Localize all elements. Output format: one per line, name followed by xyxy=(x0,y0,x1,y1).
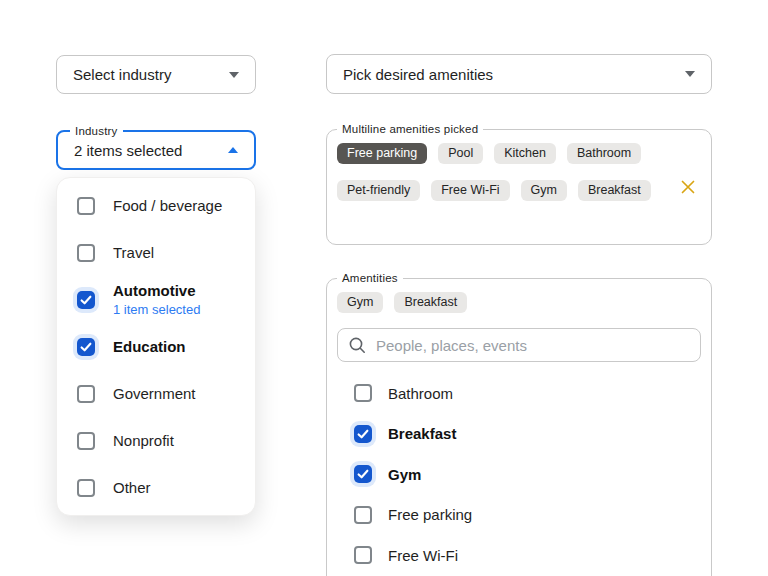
amenity-chip[interactable]: Pool xyxy=(438,143,483,164)
checkmark-icon xyxy=(356,467,370,481)
option-label: Bathroom xyxy=(388,385,453,402)
option-label: Gym xyxy=(388,466,421,483)
industry-select-value: 2 items selected xyxy=(74,142,228,159)
multiline-amenities-label: Multiline amenities picked xyxy=(337,122,483,136)
checkbox[interactable] xyxy=(77,385,95,403)
clear-selection-button[interactable] xyxy=(679,178,697,196)
chevron-up-icon xyxy=(228,147,238,153)
checkbox[interactable] xyxy=(77,432,95,450)
amenity-chip[interactable]: Bathroom xyxy=(567,143,641,164)
industry-option-row[interactable]: Nonprofit xyxy=(57,417,255,464)
option-label: Travel xyxy=(113,244,154,261)
amenity-chip[interactable]: Kitchen xyxy=(494,143,556,164)
chevron-down-icon xyxy=(229,72,239,78)
amenities-select-closed[interactable]: Pick desired amenities xyxy=(326,54,712,94)
multiline-amenities-fieldset: Multiline amenities picked Free parkingP… xyxy=(326,129,712,245)
checkbox[interactable] xyxy=(354,384,372,402)
amenities-options-list: Bathroom Breakfast Gym xyxy=(327,373,711,576)
option-text: Food / beverage xyxy=(113,197,222,214)
amenity-option-row[interactable]: Bathroom xyxy=(354,373,711,414)
chevron-down-icon xyxy=(685,71,695,77)
option-label: Breakfast xyxy=(388,425,456,442)
amenity-option-row[interactable]: Gym xyxy=(354,454,711,495)
amenity-chip[interactable]: Free parking xyxy=(337,143,427,164)
amenity-chip[interactable]: Breakfast xyxy=(578,180,651,201)
checkbox[interactable] xyxy=(354,546,372,564)
amenities-search-box[interactable] xyxy=(337,328,701,362)
amenity-option-row[interactable]: Free Wi-Fi xyxy=(354,535,711,576)
industry-option-row[interactable]: Government xyxy=(57,370,255,417)
checkbox[interactable] xyxy=(354,425,372,443)
industry-select-closed[interactable]: Select industry xyxy=(56,55,256,94)
option-label: Food / beverage xyxy=(113,197,222,214)
option-text: Nonprofit xyxy=(113,432,174,449)
industry-option-row[interactable]: Automotive 1 item selected xyxy=(57,276,255,323)
industry-options-panel: Food / beverage Travel xyxy=(56,177,256,516)
amenity-option-row[interactable]: Breakfast xyxy=(354,414,711,455)
amenity-chip[interactable]: Free Wi-Fi xyxy=(431,180,509,201)
checkbox[interactable] xyxy=(77,291,95,309)
option-label: Automotive xyxy=(113,282,200,299)
amenity-chip[interactable]: Gym xyxy=(521,180,567,201)
x-icon xyxy=(680,179,696,195)
amenity-chip[interactable]: Pet-friendly xyxy=(337,180,420,201)
amenity-option-row[interactable]: Free parking xyxy=(354,495,711,536)
option-label: Nonprofit xyxy=(113,432,174,449)
option-text: Travel xyxy=(113,244,154,261)
magnifier-icon xyxy=(348,336,366,354)
option-label: Free parking xyxy=(388,506,472,523)
checkmark-icon xyxy=(79,340,93,354)
multiselect-demo-page: Select industry Industry 2 items selecte… xyxy=(0,0,768,576)
option-label: Government xyxy=(113,385,196,402)
picked-amenities-chips: Free parkingPoolKitchenBathroomPet-frien… xyxy=(327,130,711,214)
amenity-chip[interactable]: Gym xyxy=(337,292,383,313)
industry-option-row[interactable]: Travel xyxy=(57,229,255,276)
industry-option-row[interactable]: Other xyxy=(57,464,255,511)
checkbox[interactable] xyxy=(77,197,95,215)
amenities-select-placeholder: Pick desired amenities xyxy=(343,66,685,83)
checkmark-icon xyxy=(79,293,93,307)
option-label: Free Wi-Fi xyxy=(388,547,458,564)
option-text: Government xyxy=(113,385,196,402)
checkbox[interactable] xyxy=(354,506,372,524)
checkmark-icon xyxy=(356,427,370,441)
option-text: Education xyxy=(113,338,186,355)
checkbox[interactable] xyxy=(77,338,95,356)
option-text: Automotive 1 item selected xyxy=(113,282,200,317)
option-label: Other xyxy=(113,479,151,496)
option-text: Other xyxy=(113,479,151,496)
checkbox[interactable] xyxy=(354,465,372,483)
amenity-chip[interactable]: Breakfast xyxy=(394,292,467,313)
industry-select-label: Industry xyxy=(70,124,123,138)
option-label: Education xyxy=(113,338,186,355)
amenities-search-input[interactable] xyxy=(374,336,690,355)
industry-option-row[interactable]: Food / beverage xyxy=(57,182,255,229)
checkbox[interactable] xyxy=(77,244,95,262)
amenities-fieldset: Amentities GymBreakfast Bathroom xyxy=(326,278,712,576)
option-sub-label: 1 item selected xyxy=(113,302,200,317)
industry-select-placeholder: Select industry xyxy=(73,66,229,83)
checkbox[interactable] xyxy=(77,479,95,497)
amenities-label: Amentities xyxy=(337,271,403,285)
industry-option-row[interactable]: Education xyxy=(57,323,255,370)
industry-select-open[interactable]: Industry 2 items selected xyxy=(56,130,256,170)
selected-amenities-chips: GymBreakfast xyxy=(327,279,711,326)
